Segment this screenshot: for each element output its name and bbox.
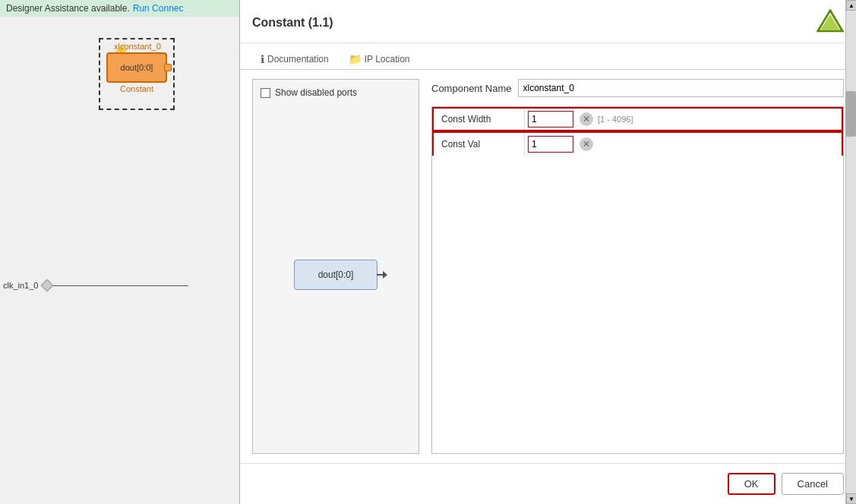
config-label-const-width: Const Width [434, 109, 525, 130]
config-row-const-val: Const Val ✕ [432, 131, 843, 156]
config-row-const-width: Const Width ✕ [1 - 4096] [432, 107, 843, 131]
tab-documentation[interactable]: ℹ Documentation [252, 49, 337, 69]
component-name-row: Component Name [431, 79, 844, 97]
info-icon: ℹ [261, 53, 264, 65]
config-input-const-val[interactable] [528, 136, 573, 153]
block-label-bottom: Constant [106, 84, 167, 93]
config-range-const-width: [1 - 4096] [598, 115, 633, 124]
component-name-label: Component Name [431, 83, 512, 94]
block-constant[interactable]: xlconstant_0 dout[0:0] Constant [106, 42, 167, 93]
folder-icon: 📁 [349, 53, 362, 65]
run-connect-link[interactable]: Run Connec [133, 3, 184, 14]
port-block: dout[0:0] [294, 260, 377, 290]
modal-dialog: ▲ ▼ Constant (1.1) ℹ Documentation 📁 IP … [239, 0, 856, 504]
left-panel: Show disabled ports dout[0:0] [252, 79, 419, 454]
tab-ip-location-label: IP Location [365, 54, 410, 65]
right-panel: Component Name Const Width ✕ [1 - 4096] … [431, 79, 844, 454]
ok-button[interactable]: OK [728, 473, 775, 495]
modal-header: Constant (1.1) [240, 0, 856, 43]
modal-footer: OK Cancel [240, 463, 856, 504]
cancel-button[interactable]: Cancel [782, 473, 844, 495]
port-out-connector [377, 271, 387, 279]
scrollbar-right[interactable]: ▲ ▼ [845, 0, 856, 504]
scrollbar-thumb[interactable] [845, 91, 856, 137]
clk-label: clk_in1_0 [3, 281, 38, 290]
modal-body: Show disabled ports dout[0:0] Component … [240, 70, 856, 463]
clk-line: clk_in1_0 [0, 281, 188, 290]
tab-documentation-label: Documentation [267, 54, 329, 65]
show-disabled-checkbox[interactable] [261, 88, 270, 98]
port-arrow [383, 271, 387, 279]
config-clear-const-val[interactable]: ✕ [580, 137, 593, 151]
component-name-input[interactable] [518, 79, 845, 97]
show-disabled-label: Show disabled ports [275, 87, 357, 98]
scrollbar-down-btn[interactable]: ▼ [846, 493, 856, 504]
canvas-area: Designer Assistance available. Run Conne… [0, 0, 243, 504]
designer-text: Designer Assistance available. [6, 3, 130, 14]
port-line [377, 274, 383, 276]
designer-bar: Designer Assistance available. Run Conne… [0, 0, 243, 17]
block-label-top: xlconstant_0 [114, 42, 167, 51]
clk-line-h [52, 285, 188, 286]
config-input-const-width[interactable] [528, 111, 573, 128]
config-table: Const Width ✕ [1 - 4096] Const Val ✕ [431, 106, 844, 454]
port-block-text: dout[0:0] [318, 269, 354, 280]
block-body[interactable]: dout[0:0] [106, 52, 167, 83]
modal-title: Constant (1.1) [252, 16, 333, 30]
port-diagram: dout[0:0] [261, 104, 411, 446]
clk-diamond [41, 279, 54, 292]
modal-tabs: ℹ Documentation 📁 IP Location [240, 43, 856, 70]
output-port [164, 64, 172, 71]
xilinx-logo [817, 9, 844, 36]
config-clear-const-width[interactable]: ✕ [580, 112, 593, 126]
config-label-const-val: Const Val [434, 133, 525, 156]
block-body-text: dout[0:0] [121, 63, 153, 72]
tab-ip-location[interactable]: 📁 IP Location [340, 49, 419, 69]
scrollbar-up-btn[interactable]: ▲ [846, 0, 856, 11]
show-disabled-row: Show disabled ports [261, 87, 411, 98]
